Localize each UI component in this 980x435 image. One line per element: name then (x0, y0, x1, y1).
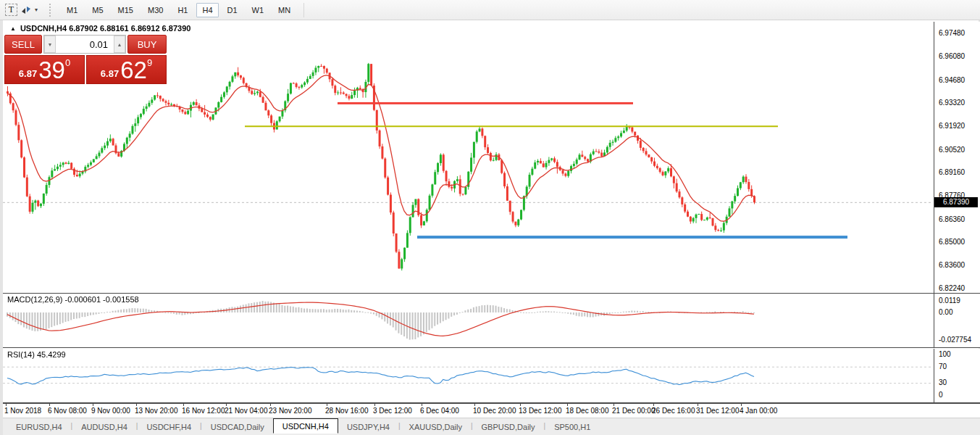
time-tick-label: 16 Nov 12:00 (182, 407, 225, 415)
chart-tab-usdchf-h4[interactable]: USDCHF,H4 (138, 420, 200, 434)
time-tick (93, 404, 93, 406)
macd-axis[interactable]: 0.01190.00-0.027754 (934, 294, 979, 347)
rsi-tick-label: 70 (939, 362, 947, 370)
chart-window: ▲ USDCNH,H4 6.87902 6.88161 6.86912 6.87… (0, 20, 980, 435)
time-tick (6, 404, 7, 406)
time-tick-label: 6 Nov 08:00 (48, 407, 87, 415)
buy-button[interactable]: BUY (127, 35, 167, 54)
macd-panel: MACD(12,26,9) -0.000601 -0.001558 0.0119… (3, 293, 980, 348)
chart-tab-xauusd-daily[interactable]: XAUUSD,Daily (401, 420, 471, 434)
current-price-tag: 6.87390 (934, 197, 978, 207)
timeframe-group: M1M5M15M30H1H4D1W1MN (59, 3, 298, 17)
price-tick-label: 6.97480 (939, 29, 965, 37)
volume-decrease-button[interactable]: ▼ (44, 36, 56, 53)
timeframe-button-m1[interactable]: M1 (61, 3, 83, 17)
time-tick (183, 404, 184, 406)
macd-label: MACD(12,26,9) -0.000601 -0.001558 (7, 295, 139, 304)
time-tick (136, 404, 137, 406)
chart-tab-usdcad-daily[interactable]: USDCAD,Daily (202, 420, 273, 434)
macd-tick-label: 0.00 (939, 308, 952, 316)
time-tick (741, 404, 742, 406)
time-tick (474, 404, 475, 406)
time-tick-label: 9 Nov 00:00 (91, 407, 130, 415)
timeframe-button-h4[interactable]: H4 (196, 3, 218, 17)
time-tick (422, 404, 422, 406)
time-tick-label: 4 Jan 00:00 (740, 407, 777, 415)
price-axis[interactable]: 6.974806.960806.946806.933206.919206.905… (934, 22, 979, 293)
buy-price-big: 62 (120, 59, 147, 81)
time-tick (226, 404, 227, 406)
timeframe-button-m15[interactable]: M15 (112, 3, 139, 17)
toolbar-separator (303, 3, 304, 17)
text-tool-button[interactable]: T (5, 2, 17, 18)
macd-tick-label: 0.0119 (939, 297, 960, 304)
time-tick (49, 404, 50, 406)
toolbar-grip[interactable] (49, 4, 52, 17)
chart-tab-usdcnh-h4[interactable]: USDCNH,H4 (273, 418, 338, 434)
rsi-panel: RSI(14) 45.4299 10070300 (3, 349, 980, 403)
rsi-axis[interactable]: 10070300 (934, 349, 979, 402)
price-tick-label: 6.94680 (939, 76, 965, 84)
time-tick-label: 1 Nov 2018 (4, 407, 41, 415)
arrows-tool-icon (20, 4, 32, 16)
text-tool-icon: T (5, 4, 17, 16)
top-toolbar: T ▾ M1M5M15M30H1H4D1W1MN (0, 0, 980, 20)
chart-title-text: USDCNH,H4 6.87902 6.88161 6.86912 6.8739… (20, 24, 190, 33)
chart-tab-sp500-h1[interactable]: SP500,H1 (545, 420, 599, 434)
sell-price-tile[interactable]: 6.87 39 0 (4, 55, 85, 84)
sell-button[interactable]: SELL (4, 35, 42, 54)
volume-input[interactable]: 0.01 (56, 36, 114, 53)
volume-box: ▼ 0.01 ▲ (43, 35, 126, 54)
rsi-tick-label: 100 (939, 350, 951, 358)
chart-title: ▲ USDCNH,H4 6.87902 6.88161 6.86912 6.87… (10, 24, 190, 33)
time-axis[interactable]: 1 Nov 20186 Nov 08:009 Nov 00:0013 Nov 2… (3, 403, 980, 418)
time-tick-label: 23 Nov 20:00 (269, 407, 312, 415)
rsi-chart-canvas[interactable] (3, 349, 933, 402)
time-tick-label: 18 Dec 08:00 (566, 407, 609, 415)
macd-chart-canvas[interactable] (3, 294, 933, 347)
rsi-label: RSI(14) 45.4299 (7, 350, 66, 359)
price-tick-label: 6.89160 (939, 168, 965, 176)
timeframe-button-h1[interactable]: H1 (172, 3, 193, 17)
price-tick-label: 6.96080 (939, 52, 965, 60)
macd-tick-label: -0.027754 (939, 336, 971, 344)
time-tick-label: 10 Dec 20:00 (473, 407, 516, 415)
time-tick (613, 404, 614, 406)
buy-price-tile[interactable]: 6.87 62 9 (86, 55, 167, 84)
time-tick-label: 28 Nov 16:00 (325, 407, 369, 415)
volume-increase-button[interactable]: ▲ (114, 36, 125, 53)
arrows-tool-button[interactable]: ▾ (20, 2, 38, 18)
time-tick (567, 404, 568, 406)
chart-tab-usdjpy-h4[interactable]: USDJPY,H4 (338, 420, 398, 434)
price-tick-label: 6.93320 (939, 99, 965, 107)
chart-tab-eurusd-h4[interactable]: EURUSD,H4 (7, 420, 71, 434)
timeframe-button-m5[interactable]: M5 (86, 3, 109, 17)
sell-price-sup: 0 (65, 59, 70, 67)
chart-tab-audusd-h4[interactable]: AUDUSD,H4 (72, 420, 136, 434)
rsi-tick-label: 30 (939, 378, 947, 386)
chart-tab-gbpusd-daily[interactable]: GBPUSD,Daily (473, 420, 544, 434)
price-tick-label: 6.90520 (939, 146, 965, 154)
rsi-tick-label: 0 (939, 391, 943, 399)
timeframe-button-d1[interactable]: D1 (222, 3, 243, 17)
time-tick (653, 404, 654, 406)
time-tick-label: 13 Nov 20:00 (135, 407, 178, 415)
collapse-arrow-icon[interactable]: ▲ (10, 25, 16, 32)
time-tick (520, 404, 521, 406)
timeframe-button-mn[interactable]: MN (272, 3, 296, 17)
chart-tab-bar: EURUSD,H4|AUDUSD,H4|USDCHF,H4|USDCAD,Dai… (3, 418, 980, 434)
time-tick-label: 3 Dec 12:00 (373, 407, 412, 415)
price-tick-label: 6.91920 (939, 122, 965, 130)
price-panel: ▲ USDCNH,H4 6.87902 6.88161 6.86912 6.87… (3, 22, 980, 293)
buy-price-sup: 9 (147, 59, 152, 67)
timeframe-button-w1[interactable]: W1 (246, 3, 270, 17)
time-tick-label: 6 Dec 04:00 (420, 407, 459, 415)
time-tick-label: 21 Nov 04:00 (225, 407, 268, 415)
price-tick-label: 6.82240 (939, 284, 965, 292)
chevron-down-icon: ▾ (35, 7, 38, 13)
buy-price-prefix: 6.87 (101, 67, 119, 81)
time-tick-label: 13 Dec 12:00 (519, 407, 562, 415)
time-tick (374, 404, 375, 406)
timeframe-button-m30[interactable]: M30 (142, 3, 169, 17)
time-tick (327, 404, 327, 406)
